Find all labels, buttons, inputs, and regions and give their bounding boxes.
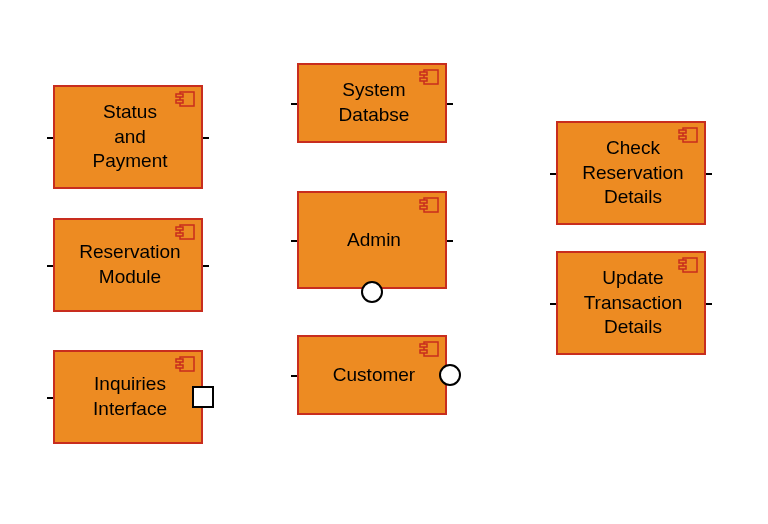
component-icon [678,257,698,273]
component-customer: Customer [297,335,447,415]
component-label: Inquiries Interface [93,372,167,421]
component-check-reservation: Check Reservation Details [556,121,706,225]
component-system-database: System Databse [297,63,447,143]
component-icon [419,197,439,213]
component-label: Status and Payment [93,100,168,174]
component-label: Check Reservation Details [582,136,683,210]
component-update-transaction: Update Transaction Details [556,251,706,355]
component-status-payment: Status and Payment [53,85,203,189]
component-icon [175,91,195,107]
component-icon [175,224,195,240]
component-label: Admin [347,228,401,253]
component-icon [419,341,439,357]
component-label: Update Transaction Details [584,266,683,340]
component-label: System Databse [339,78,410,127]
component-reservation-module: Reservation Module [53,218,203,312]
component-icon [419,69,439,85]
circle-port [361,281,383,303]
component-icon [175,356,195,372]
component-label: Reservation Module [79,240,180,289]
component-label: Customer [333,363,415,388]
square-port [192,386,214,408]
circle-port [439,364,461,386]
component-admin: Admin [297,191,447,289]
component-inquiries-interface: Inquiries Interface [53,350,203,444]
component-icon [678,127,698,143]
